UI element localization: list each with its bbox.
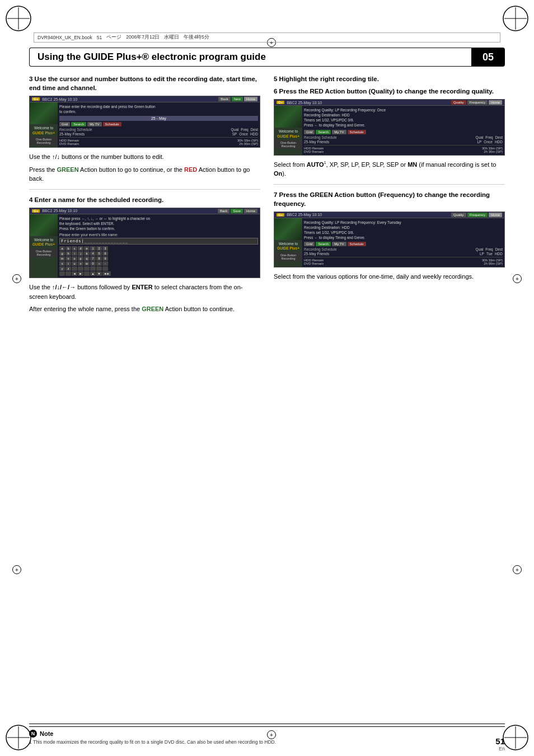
screen1-sched-row: 25-May Friends SP Once HDD (59, 132, 258, 136)
note-header: N Note (29, 730, 505, 738)
screen3-tab-freq: Frequency (467, 100, 488, 105)
screen1-date-bar: 25 - May (59, 116, 258, 121)
screen4-tab-freq: Frequency (467, 213, 488, 217)
screen3-thumb: Welcome to GUIDE Plus+ One-Button Record… (274, 106, 302, 154)
screen2-nav: Back Save Home (218, 209, 257, 213)
step7-freq-text: Select from the various options for one-… (274, 272, 505, 281)
screen1-tab-schedule: Schedule (103, 122, 121, 126)
kb-row-1: abcde123 (59, 246, 258, 251)
screen1-header: G+ BBC2 25-May 10:10 Back Next Home (30, 96, 260, 102)
screen2-instruction: Please press ←, ↑, ↓, → or ↔ to highligh… (59, 216, 258, 231)
screen2-btn-save: Save (231, 209, 243, 213)
note-footnote1: 1 This mode maximizes the recording qual… (29, 739, 505, 746)
screen2-logo: G+ (32, 209, 40, 213)
screen2-keyboard: G+ BBC2 25-May 10:10 Back Save Home Welc… (29, 208, 260, 278)
divider2 (274, 184, 505, 185)
screen1-dvd-remain: DVD Remain 2h 00m (SP) (59, 142, 258, 145)
step4-heading: 4 Enter a name for the scheduled recordi… (29, 195, 260, 204)
screen4-tabs: Grid Search My TV Schedule (304, 242, 503, 246)
screen3-tab-search: Search (316, 130, 331, 134)
screen3-nav: Quality Frequency Home (451, 100, 502, 105)
screen4-tab-grid: Grid (304, 242, 315, 246)
screen1-onebutton: One-Button Recording (30, 137, 58, 145)
file-info-text: DVR940HX_UK_EN.book (38, 35, 92, 40)
screen1-sched-header: Recording Schedule Qual Freq Dest (59, 128, 258, 132)
screen1-tab-mytv: My TV (87, 122, 101, 126)
screen4-tab-search: Search (316, 242, 331, 246)
screen1-tab-search: Search (71, 122, 86, 126)
divider1 (29, 189, 260, 190)
screen1-btn-back: Back (218, 97, 230, 101)
step7-heading: 7 Press the GREEN Action button (Frequen… (274, 190, 505, 208)
file-info-spacer: ページ (106, 34, 121, 41)
note-section: N Note 1 This mode maximizes the recordi… (29, 724, 505, 746)
file-info-page: 51 (97, 35, 102, 40)
screen3-sched-header: Recording Schedule Qual Freq Dest (304, 135, 503, 139)
step5-heading: 5 Highlight the right recording tile. (274, 74, 505, 83)
screen1-info: Please enter the recording date and pres… (59, 104, 258, 114)
reg-mark-right-mid: + (513, 274, 522, 283)
screen2-body: Welcome to GUIDE Plus+ One-Button Record… (30, 214, 260, 278)
screen4-frequency: G+ BBC2 25-May 10:10 Quality Frequency H… (274, 212, 505, 267)
two-column-layout: 3 Use the cursor and number buttons to e… (29, 74, 505, 317)
screen4-channel: BBC2 25-May 10:10 (287, 213, 322, 217)
reg-mark-left-mid: + (12, 274, 21, 283)
screen4-nav: Quality Frequency Home (451, 213, 502, 217)
screen3-welcome: Welcome to GUIDE Plus+ (274, 128, 302, 140)
screen3-sched-row: 25-May Friends LP Once HDD (304, 140, 503, 144)
screen1-tabs: Grid Search My TV Schedule (59, 122, 258, 126)
main-content: Using the GUIDE Plus+® electronic progra… (29, 48, 505, 722)
screen4-remain: HDD Remain 30h 33m (SP) DVD Remain 2h 00… (304, 257, 503, 265)
corner-decoration-br (502, 724, 530, 752)
kb-row-3: mnopq789 (59, 256, 258, 261)
corner-decoration-tl (4, 4, 32, 32)
step3-body2: Press the GREEN Action button to go to c… (29, 165, 260, 184)
file-info-time: 午後4時5分 (184, 34, 209, 41)
note-label: Note (40, 730, 53, 737)
reg-mark-left-bot: + (12, 565, 21, 574)
corner-decoration-bl (4, 724, 32, 752)
screen4-header: G+ BBC2 25-May 10:10 Quality Frequency H… (274, 212, 504, 218)
step3-body1: Use the ↑/↓ buttons or the number button… (29, 152, 260, 162)
screen4-tab-schedule: Schedule (348, 242, 366, 246)
screen3-channel: BBC2 25-May 10:10 (287, 101, 322, 105)
screen1-logo: G+ (32, 97, 40, 101)
screen3-tab-grid: Grid (304, 130, 315, 134)
screen1-tab-grid: Grid (59, 122, 70, 126)
screen2-channel: BBC2 25-May 10:10 (42, 209, 77, 213)
step6-heading: 6 Press the RED Action button (Quality) … (274, 87, 505, 96)
step4-body1: Use the ↑/↓/←/→ buttons followed by ENTE… (29, 283, 260, 301)
screen2-welcome: Welcome to GUIDE Plus+ (30, 237, 58, 248)
screen3-remain: HDD Remain 30h 33m (SP) DVD Remain 2h 30… (304, 145, 503, 153)
screen2-thumb: Welcome to GUIDE Plus+ One-Button Record… (30, 214, 58, 278)
screen4-onebutton: One-Button Recording (274, 252, 302, 261)
screen1-recording-date: G+ BBC2 25-May 10:10 Back Next Home Welc… (29, 96, 260, 148)
screen1-nav: Back Next Home (218, 97, 257, 101)
screen2-header: G+ BBC2 25-May 10:10 Back Save Home (30, 208, 260, 214)
screen3-header: G+ BBC2 25-May 10:10 Quality Frequency H… (274, 100, 504, 106)
screen3-quality: G+ BBC2 25-May 10:10 Quality Frequency H… (274, 99, 505, 155)
screen2-main: Please press ←, ↑, ↓, → or ↔ to highligh… (58, 214, 260, 278)
screen2-thumb-img (30, 214, 58, 237)
screen3-tab-quality: Quality (451, 100, 466, 105)
screen1-channel: BBC2 25-May 10:10 (42, 97, 77, 101)
footer-lang: En (499, 746, 505, 752)
screen3-onebutton: One-Button Recording (274, 140, 302, 149)
footer-page: 51 En (495, 736, 505, 752)
file-info-date: 2006年7月12日 (126, 34, 160, 41)
screen2-btn-back: Back (218, 209, 229, 213)
screen3-body: Welcome to GUIDE Plus+ One-Button Record… (274, 106, 504, 154)
screen1-welcome: Welcome to GUIDE Plus+ (30, 125, 58, 137)
screen3-info: Recording Quality: LP Recording Frequenc… (304, 107, 503, 128)
file-info-bar: DVR940HX_UK_EN.book 51 ページ 2006年7月12日 水曜… (34, 32, 500, 43)
kb-row-5: yz (59, 266, 258, 271)
screen3-main: Recording Quality: LP Recording Frequenc… (302, 106, 504, 154)
screen3-btn-home: Home (489, 100, 502, 105)
reg-mark-right-bot: + (513, 565, 522, 574)
kb-row-2: ghijk456 (59, 251, 258, 256)
screen4-info: Recording Quality: LP Recording Frequenc… (304, 220, 503, 240)
screen4-tab-quality: Quality (451, 213, 466, 217)
screen4-sched-header: Recording Schedule Qual Freq Dest (304, 247, 503, 251)
screen2-keyboard-keys: abcde123 ghijk456 mnopq789 stuvw0+- (59, 246, 258, 276)
screen4-main: Recording Quality: LP Recording Frequenc… (302, 218, 504, 267)
